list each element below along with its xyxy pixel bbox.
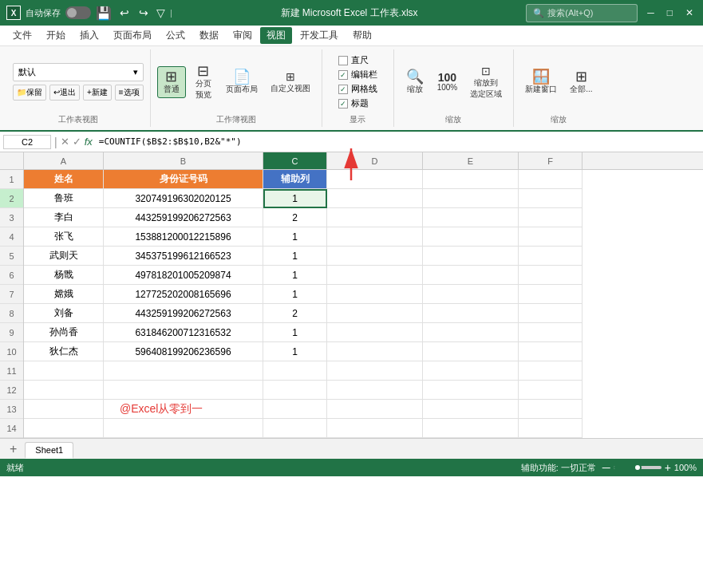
sheet-tab-sheet1[interactable]: Sheet1 bbox=[25, 442, 73, 459]
cell-b13[interactable]: @Excel从零到一 bbox=[104, 400, 263, 419]
row-num-11[interactable]: 11 bbox=[0, 361, 23, 381]
row-num-12[interactable]: 12 bbox=[0, 381, 23, 400]
cell-a10[interactable]: 狄仁杰 bbox=[24, 342, 104, 361]
cell-f11[interactable] bbox=[519, 361, 583, 381]
cell-f14[interactable] bbox=[519, 419, 583, 438]
cell-f12[interactable] bbox=[519, 381, 583, 400]
row-num-6[interactable]: 6 bbox=[0, 266, 23, 285]
col-header-b[interactable]: B bbox=[104, 152, 263, 169]
undo-button[interactable]: ↩ bbox=[117, 5, 132, 21]
zoom-slider[interactable] bbox=[614, 466, 662, 469]
cell-d7[interactable] bbox=[327, 285, 423, 304]
cell-c7[interactable]: 1 bbox=[263, 285, 327, 304]
cell-e3[interactable] bbox=[423, 208, 519, 227]
cell-b9[interactable]: 631846200712316532 bbox=[104, 323, 263, 342]
cell-a11[interactable] bbox=[24, 361, 104, 381]
exit-btn[interactable]: ↩退出 bbox=[49, 85, 80, 101]
minimize-button[interactable]: ─ bbox=[644, 6, 658, 20]
cell-f9[interactable] bbox=[519, 323, 583, 342]
maximize-button[interactable]: □ bbox=[664, 6, 676, 20]
cell-c9[interactable]: 1 bbox=[263, 323, 327, 342]
cell-b2[interactable]: 320749196302020125 bbox=[104, 189, 263, 208]
cell-reference-input[interactable] bbox=[3, 135, 51, 149]
cell-e6[interactable] bbox=[423, 266, 519, 285]
menu-home[interactable]: 开始 bbox=[40, 27, 72, 44]
gridlines-checkbox-label[interactable]: ✓ 网格线 bbox=[338, 83, 377, 95]
cell-c5[interactable]: 1 bbox=[263, 247, 327, 266]
cell-c13[interactable] bbox=[263, 400, 327, 419]
cell-a2[interactable]: 鲁班 bbox=[24, 189, 104, 208]
cell-e13[interactable] bbox=[423, 400, 519, 419]
zoom-selection-button[interactable]: ⊡ 缩放到选定区域 bbox=[465, 62, 507, 102]
cell-b6[interactable]: 497818201005209874 bbox=[104, 266, 263, 285]
formula-cancel-icon[interactable]: ✕ bbox=[61, 136, 69, 148]
menu-help[interactable]: 帮助 bbox=[346, 27, 378, 44]
cell-d1[interactable] bbox=[327, 170, 423, 189]
menu-insert[interactable]: 插入 bbox=[73, 27, 105, 44]
cell-d3[interactable] bbox=[327, 208, 423, 227]
cell-d10[interactable] bbox=[327, 342, 423, 361]
cell-a13[interactable] bbox=[24, 400, 104, 419]
cell-c10[interactable]: 1 bbox=[263, 342, 327, 361]
cell-a14[interactable] bbox=[24, 419, 104, 438]
row-num-10[interactable]: 10 bbox=[0, 342, 23, 361]
cell-f7[interactable] bbox=[519, 285, 583, 304]
menu-review[interactable]: 审阅 bbox=[227, 27, 259, 44]
filter-icon[interactable]: ▽ bbox=[156, 6, 165, 19]
worksheet-view-dropdown[interactable]: 默认▾ bbox=[13, 63, 144, 81]
cell-c11[interactable] bbox=[263, 361, 327, 381]
gridlines-checkbox[interactable]: ✓ bbox=[338, 85, 348, 94]
autosave-toggle[interactable] bbox=[65, 6, 91, 19]
row-num-7[interactable]: 7 bbox=[0, 285, 23, 304]
col-header-c[interactable]: C bbox=[263, 152, 327, 169]
cell-b5[interactable]: 345375199612166523 bbox=[104, 247, 263, 266]
cell-b7[interactable]: 127725202008165696 bbox=[104, 285, 263, 304]
headings-checkbox[interactable]: ✓ bbox=[338, 99, 348, 109]
zoom-in-button[interactable]: + bbox=[665, 461, 671, 474]
cell-c4[interactable]: 1 bbox=[263, 227, 327, 247]
cell-e10[interactable] bbox=[423, 342, 519, 361]
cell-a3[interactable]: 李白 bbox=[24, 208, 104, 227]
normal-view-button[interactable]: ⊞ 普通 bbox=[157, 66, 186, 98]
row-num-14[interactable]: 14 bbox=[0, 419, 23, 438]
cell-d6[interactable] bbox=[327, 266, 423, 285]
redo-button[interactable]: ↪ bbox=[136, 5, 152, 21]
cell-d14[interactable] bbox=[327, 419, 423, 438]
menu-formula[interactable]: 公式 bbox=[160, 27, 192, 44]
cell-b10[interactable]: 596408199206236596 bbox=[104, 342, 263, 361]
cell-d5[interactable] bbox=[327, 247, 423, 266]
cell-c2[interactable]: 1 bbox=[263, 189, 327, 208]
col-header-a[interactable]: A bbox=[24, 152, 104, 169]
cell-c14[interactable] bbox=[263, 419, 327, 438]
zoom-level[interactable]: 100% bbox=[674, 463, 697, 472]
cell-c1[interactable]: 辅助列 bbox=[263, 170, 327, 189]
cell-a1[interactable]: 姓名 bbox=[24, 170, 104, 189]
zoom-out-button[interactable]: ─ bbox=[602, 461, 610, 474]
cell-f3[interactable] bbox=[519, 208, 583, 227]
row-num-9[interactable]: 9 bbox=[0, 323, 23, 342]
cell-a12[interactable] bbox=[24, 381, 104, 400]
formula-bar-checkbox[interactable]: ✓ bbox=[338, 70, 348, 80]
cell-a7[interactable]: 嫦娥 bbox=[24, 285, 104, 304]
zoom-100-button[interactable]: 100 100% bbox=[432, 69, 463, 94]
formula-fx-icon[interactable]: fx bbox=[85, 136, 93, 148]
formula-bar-checkbox-label[interactable]: ✓ 编辑栏 bbox=[338, 69, 377, 81]
cell-c6[interactable]: 1 bbox=[263, 266, 327, 285]
cell-e2[interactable] bbox=[423, 189, 519, 208]
cell-f13[interactable] bbox=[519, 400, 583, 419]
cell-e12[interactable] bbox=[423, 381, 519, 400]
cell-e5[interactable] bbox=[423, 247, 519, 266]
formula-input[interactable] bbox=[96, 135, 700, 148]
menu-data[interactable]: 数据 bbox=[193, 27, 225, 44]
cell-e14[interactable] bbox=[423, 419, 519, 438]
menu-file[interactable]: 文件 bbox=[6, 27, 38, 44]
search-box[interactable]: 🔍 搜索(Alt+Q) bbox=[526, 4, 638, 22]
cell-a5[interactable]: 武则天 bbox=[24, 247, 104, 266]
cell-d9[interactable] bbox=[327, 323, 423, 342]
cell-e8[interactable] bbox=[423, 304, 519, 323]
col-header-e[interactable]: E bbox=[423, 152, 519, 169]
col-header-d[interactable]: D bbox=[327, 152, 423, 169]
cell-d2[interactable] bbox=[327, 189, 423, 208]
custom-view-button[interactable]: ⊞ 自定义视图 bbox=[266, 68, 315, 97]
cell-e11[interactable] bbox=[423, 361, 519, 381]
